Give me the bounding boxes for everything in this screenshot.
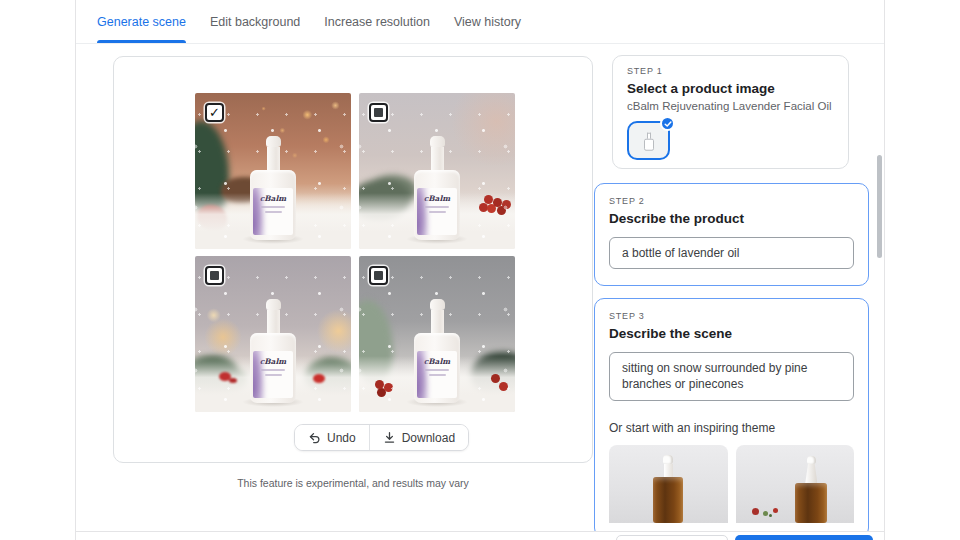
bottle-brand-label: cBalm <box>417 358 457 366</box>
product-bottle: cBalm <box>414 299 460 403</box>
step1-card: STEP 1 Select a product image cBalm Reju… <box>612 55 849 169</box>
undo-icon <box>308 431 321 444</box>
amber-bottle <box>795 456 827 523</box>
step1-title: Select a product image <box>627 81 834 96</box>
bottle-brand-label: cBalm <box>417 195 457 203</box>
product-bottle: cBalm <box>250 299 296 403</box>
step1-eyebrow: STEP 1 <box>627 66 834 76</box>
download-label: Download <box>402 431 455 445</box>
berries-decoration <box>752 508 759 515</box>
product-bottle: cBalm <box>414 136 460 240</box>
image-4-checkbox[interactable]: ✓ <box>369 266 388 285</box>
tab-increase-resolution[interactable]: Increase resolution <box>324 0 430 43</box>
step2-eyebrow: STEP 2 <box>609 196 854 206</box>
download-button[interactable]: Download <box>370 425 468 450</box>
tab-edit-background[interactable]: Edit background <box>210 0 300 43</box>
mini-bottle-icon <box>644 132 654 150</box>
panel-scrollbar[interactable] <box>877 155 882 258</box>
checkmark-icon: ✓ <box>209 106 220 119</box>
generated-image-2[interactable]: cBalm ✓ <box>359 93 515 249</box>
generated-image-1[interactable]: cBalm ✓ <box>195 93 351 249</box>
results-card: cBalm ✓ cBalm <box>113 56 593 463</box>
tab-view-history[interactable]: View history <box>454 0 521 43</box>
generated-images-grid: cBalm ✓ cBalm <box>195 93 515 412</box>
secondary-footer-button[interactable] <box>616 535 728 540</box>
image-1-checkbox[interactable]: ✓ <box>205 103 224 122</box>
tab-bar: Generate scene Edit background Increase … <box>76 0 884 44</box>
experimental-disclaimer: This feature is experimental, and result… <box>113 477 593 489</box>
theme-thumbnail-1[interactable] <box>609 445 728 523</box>
selected-check-badge <box>660 116 675 131</box>
step3-eyebrow: STEP 3 <box>609 311 854 321</box>
image-actions: Undo Download <box>294 424 469 451</box>
step3-card: STEP 3 Describe the scene sitting on sno… <box>594 298 869 538</box>
step2-card: STEP 2 Describe the product <box>594 183 869 286</box>
bottle-brand-label: cBalm <box>253 195 293 203</box>
image-2-checkbox[interactable]: ✓ <box>369 103 388 122</box>
theme-prompt-label: Or start with an inspiring theme <box>609 421 854 435</box>
product-image-thumbnail[interactable] <box>627 121 670 160</box>
theme-thumbnail-2[interactable] <box>736 445 855 523</box>
checkbox-fill <box>374 108 383 117</box>
checkbox-fill <box>210 271 219 280</box>
product-studio-dialog: Generate scene Edit background Increase … <box>75 0 885 540</box>
bottle-brand-label: cBalm <box>253 358 293 366</box>
generated-image-3[interactable]: cBalm ✓ <box>195 256 351 412</box>
undo-button[interactable]: Undo <box>295 425 369 450</box>
product-name: cBalm Rejuvenating Lavender Facial Oil <box>627 100 834 112</box>
product-bottle: cBalm <box>250 136 296 240</box>
step2-title: Describe the product <box>609 211 854 226</box>
dialog-footer <box>76 531 884 540</box>
undo-label: Undo <box>327 431 356 445</box>
theme-gallery <box>609 445 854 523</box>
product-description-input[interactable] <box>609 237 854 269</box>
image-3-checkbox[interactable]: ✓ <box>205 266 224 285</box>
step3-title: Describe the scene <box>609 326 854 341</box>
download-icon <box>383 431 396 444</box>
checkbox-fill <box>374 271 383 280</box>
primary-footer-button[interactable] <box>735 535 873 540</box>
check-icon <box>664 120 672 128</box>
amber-bottle <box>653 455 683 523</box>
generated-image-4[interactable]: cBalm ✓ <box>359 256 515 412</box>
scene-description-textarea[interactable]: sitting on snow surrounded by pine branc… <box>609 352 854 401</box>
tab-generate-scene[interactable]: Generate scene <box>97 0 186 43</box>
